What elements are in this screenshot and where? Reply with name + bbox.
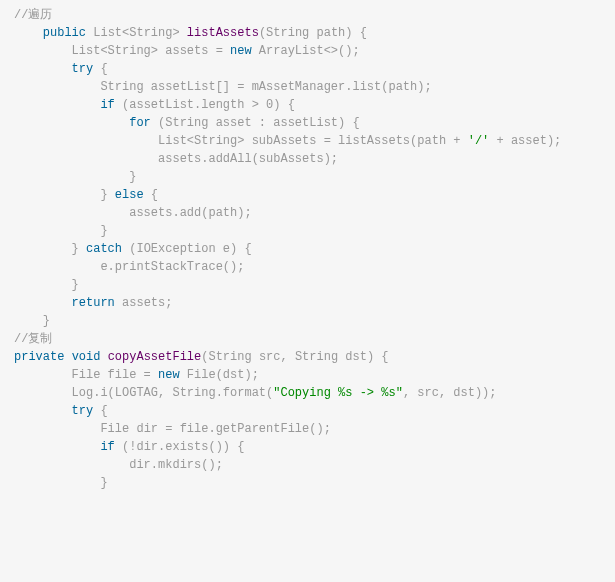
code-token: String assetList[] = mAssetManager.list(… xyxy=(100,80,431,94)
code-token: File file = xyxy=(72,368,158,382)
code-line: private void copyAssetFile(String src, S… xyxy=(0,348,615,366)
code-token: new xyxy=(158,368,180,382)
code-token xyxy=(353,26,360,40)
code-token: } xyxy=(43,314,50,328)
code-token xyxy=(79,242,86,256)
code-token: void xyxy=(72,350,101,364)
code-line: } xyxy=(0,312,615,330)
code-token: File(dst); xyxy=(180,368,259,382)
code-line: assets.add(path); xyxy=(0,204,615,222)
code-token: IOException e xyxy=(136,242,230,256)
code-token: } xyxy=(100,224,107,238)
code-line: return assets; xyxy=(0,294,615,312)
code-line: } xyxy=(0,276,615,294)
code-line: Log.i(LOGTAG, String.format("Copying %s … xyxy=(0,384,615,402)
code-token: "Copying %s -> %s" xyxy=(273,386,403,400)
code-token: assets.add(path); xyxy=(129,206,251,220)
code-line: e.printStackTrace(); xyxy=(0,258,615,276)
code-token: ( xyxy=(259,26,266,40)
code-block: //遍历 public List<String> listAssets(Stri… xyxy=(0,0,615,498)
code-line: if (assetList.length > 0) { xyxy=(0,96,615,114)
code-token: assets.addAll(subAssets); xyxy=(158,152,338,166)
code-line: dir.mkdirs(); xyxy=(0,456,615,474)
code-token: { xyxy=(360,26,367,40)
code-token: } xyxy=(72,242,79,256)
code-token: { xyxy=(237,440,244,454)
code-token: try xyxy=(72,404,94,418)
code-line: } catch (IOException e) { xyxy=(0,240,615,258)
code-token: assetList.length > xyxy=(129,98,266,112)
code-token xyxy=(144,188,151,202)
code-line: List<String> subAssets = listAssets(path… xyxy=(0,132,615,150)
code-token: { xyxy=(100,404,107,418)
code-token: { xyxy=(288,98,295,112)
code-token: ) xyxy=(223,440,230,454)
code-token: //复制 xyxy=(14,332,52,346)
code-token: { xyxy=(151,188,158,202)
code-line: //遍历 xyxy=(0,6,615,24)
code-line: try { xyxy=(0,60,615,78)
code-token: List<String> subAssets = listAssets(path… xyxy=(158,134,468,148)
code-token xyxy=(115,98,122,112)
code-token: '/' xyxy=(468,134,490,148)
code-token: File dir = file.getParentFile(); xyxy=(100,422,330,436)
code-token: } xyxy=(100,476,107,490)
code-line: } xyxy=(0,474,615,492)
code-token: + asset); xyxy=(489,134,561,148)
code-token xyxy=(280,98,287,112)
code-token: , src, dst)); xyxy=(403,386,497,400)
code-line: } else { xyxy=(0,186,615,204)
code-token: { xyxy=(381,350,388,364)
code-line: } xyxy=(0,168,615,186)
code-line: if (!dir.exists()) { xyxy=(0,438,615,456)
code-token: { xyxy=(100,62,107,76)
code-token xyxy=(151,116,158,130)
code-line: String assetList[] = mAssetManager.list(… xyxy=(0,78,615,96)
code-token xyxy=(115,440,122,454)
code-token: for xyxy=(129,116,151,130)
code-line: } xyxy=(0,222,615,240)
code-token: ArrayList<>(); xyxy=(259,44,360,58)
code-token: } xyxy=(72,278,79,292)
code-token: if xyxy=(100,98,114,112)
code-token: { xyxy=(244,242,251,256)
code-token: private xyxy=(14,350,64,364)
code-line: File file = new File(dst); xyxy=(0,366,615,384)
code-line: List<String> assets = new ArrayList<>(); xyxy=(0,42,615,60)
code-token: assets; xyxy=(115,296,173,310)
code-token: List<String> xyxy=(93,26,187,40)
code-token: } xyxy=(100,188,107,202)
code-line: assets.addAll(subAssets); xyxy=(0,150,615,168)
code-token xyxy=(64,350,71,364)
code-token: public xyxy=(43,26,86,40)
code-line: //复制 xyxy=(0,330,615,348)
code-token: } xyxy=(129,170,136,184)
code-token: String path xyxy=(266,26,345,40)
code-token: Log.i(LOGTAG, String.format( xyxy=(72,386,274,400)
code-token: try xyxy=(72,62,94,76)
code-token: { xyxy=(352,116,359,130)
code-token: //遍历 xyxy=(14,8,52,22)
code-token: catch xyxy=(86,242,122,256)
code-line: File dir = file.getParentFile(); xyxy=(0,420,615,438)
code-token: return xyxy=(72,296,115,310)
code-token: ) xyxy=(345,26,352,40)
code-token: if xyxy=(100,440,114,454)
code-token xyxy=(252,44,259,58)
code-token: dir.mkdirs(); xyxy=(129,458,223,472)
code-token: copyAssetFile xyxy=(108,350,202,364)
code-token xyxy=(100,350,107,364)
code-line: try { xyxy=(0,402,615,420)
code-token: listAssets xyxy=(187,26,259,40)
code-line: public List<String> listAssets(String pa… xyxy=(0,24,615,42)
code-token: List<String> assets = xyxy=(72,44,230,58)
code-token: else xyxy=(115,188,144,202)
code-token: String src, String dst xyxy=(208,350,366,364)
code-token: String asset : assetList xyxy=(165,116,338,130)
code-line: for (String asset : assetList) { xyxy=(0,114,615,132)
code-token: !dir.exists() xyxy=(129,440,223,454)
code-token xyxy=(108,188,115,202)
code-token: new xyxy=(230,44,252,58)
code-token: e.printStackTrace(); xyxy=(100,260,244,274)
